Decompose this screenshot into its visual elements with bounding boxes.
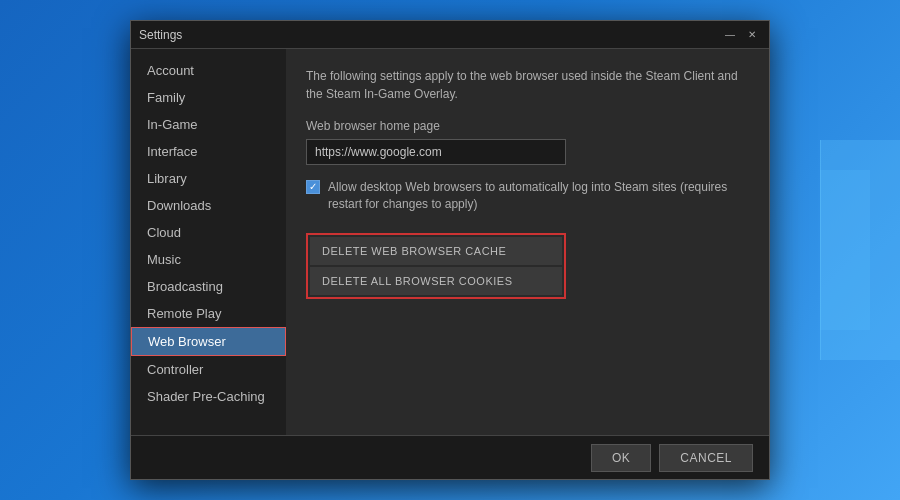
cancel-button[interactable]: CANCEL [659,444,753,472]
checkbox-label: Allow desktop Web browsers to automatica… [328,179,749,213]
dialog-title: Settings [139,28,182,42]
minimize-button[interactable]: — [721,28,739,42]
checkbox-row: ✓ Allow desktop Web browsers to automati… [306,179,749,213]
checkmark-icon: ✓ [309,182,317,192]
sidebar-item-cloud[interactable]: Cloud [131,219,286,246]
sidebar-item-in-game[interactable]: In-Game [131,111,286,138]
titlebar: Settings — ✕ [131,21,769,49]
auto-login-checkbox[interactable]: ✓ [306,180,320,194]
sidebar: Account Family In-Game Interface Library… [131,49,286,435]
sidebar-item-interface[interactable]: Interface [131,138,286,165]
sidebar-item-web-browser[interactable]: Web Browser [131,327,286,356]
sidebar-item-shader-pre-caching[interactable]: Shader Pre-Caching [131,383,286,410]
sidebar-item-account[interactable]: Account [131,57,286,84]
home-page-label: Web browser home page [306,119,749,133]
sidebar-item-broadcasting[interactable]: Broadcasting [131,273,286,300]
content-panel: The following settings apply to the web … [286,49,769,435]
ok-button[interactable]: OK [591,444,651,472]
delete-cache-button[interactable]: DELETE WEB BROWSER CACHE [310,237,562,265]
delete-cookies-button[interactable]: DELETE ALL BROWSER COOKIES [310,267,562,295]
sidebar-item-controller[interactable]: Controller [131,356,286,383]
close-button[interactable]: ✕ [743,28,761,42]
sidebar-item-downloads[interactable]: Downloads [131,192,286,219]
description-text: The following settings apply to the web … [306,67,749,103]
decorative-shape-2 [820,170,870,330]
home-page-input[interactable] [306,139,566,165]
dialog-footer: OK CANCEL [131,435,769,479]
sidebar-item-family[interactable]: Family [131,84,286,111]
sidebar-item-remote-play[interactable]: Remote Play [131,300,286,327]
titlebar-controls: — ✕ [721,28,761,42]
sidebar-item-library[interactable]: Library [131,165,286,192]
sidebar-item-music[interactable]: Music [131,246,286,273]
main-area: Account Family In-Game Interface Library… [131,49,769,435]
settings-dialog: Settings — ✕ Account Family In-Game Inte… [130,20,770,480]
browser-actions-group: DELETE WEB BROWSER CACHE DELETE ALL BROW… [306,233,566,299]
